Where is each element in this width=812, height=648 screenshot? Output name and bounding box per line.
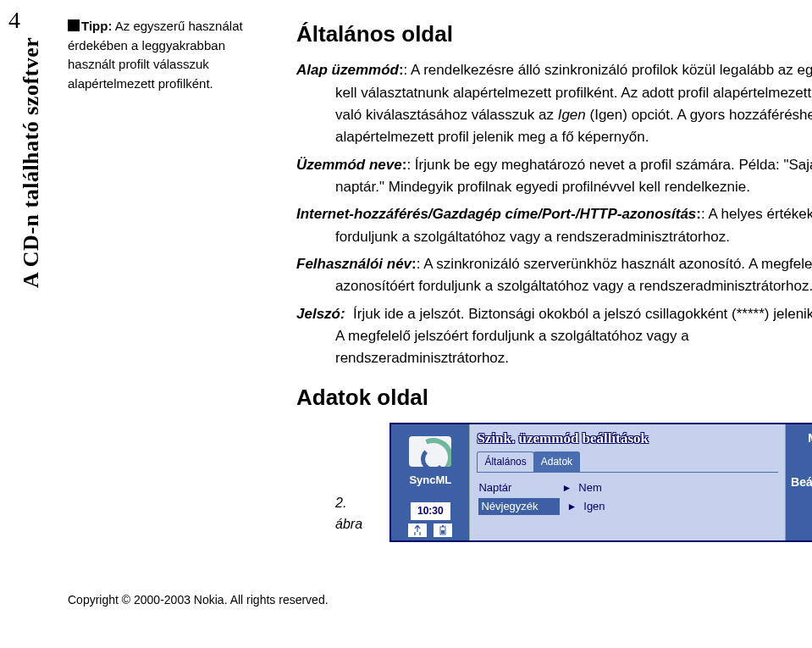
time-indicator: 10:30 [411,502,450,520]
section-heading-adatok: Adatok oldal [296,380,812,414]
page-number: 4 [8,7,20,34]
syncml-icon [409,436,451,467]
figure-caption: 2. ábra [335,493,376,542]
paragraph-alap-uzemmod: Alap üzemmód:: A rendelkezésre álló szin… [296,59,812,148]
softkey-beallitasok[interactable]: Beállítások [791,474,812,492]
signal-icon [408,523,427,537]
paragraph-uzemmod-neve: Üzemmód neve:: Írjunk be egy meghatározó… [296,154,812,199]
term: Alap üzemmód [296,62,399,78]
paragraph-felhasznaloi-nev: Felhasználói név:: A szinkronizáló szerv… [296,253,812,298]
sidebar-title: A CD-n található szoftver [19,37,44,288]
arrow-icon: ► [561,480,572,496]
term: Internet-hozzáférés/Gazdagép címe/Port-/… [296,206,696,222]
phone-content: Szink. üzemmód beállítások Általános Ada… [469,424,786,540]
tip-icon [68,19,80,31]
text: Írjuk ide a jelszót. Biztonsági okokból … [335,306,812,367]
tab-bar: Általános Adatok [477,451,778,473]
term: Üzemmód neve [296,157,402,173]
section-heading-general: Általános oldal [296,17,812,51]
tab-adatok[interactable]: Adatok [533,451,580,472]
phone-softkeys: Módosít Beállítások Bezár [786,424,812,540]
phone-screenshot: SyncML 10:30 Szink. üzemmód beáll [389,423,812,542]
phone-window-title: Szink. üzemmód beállítások [470,424,785,451]
term: Jelszó: [296,306,345,322]
svg-rect-2 [441,530,445,534]
row-label: Naptár [478,479,555,496]
text: : Írjunk be egy meghatározó nevet a prof… [335,157,812,195]
row-value: Nem [578,479,601,496]
svg-rect-1 [442,525,444,527]
tip-label: Tipp: [81,19,112,33]
row-nevjegyzek[interactable]: Névjegyzék ► Igen [478,498,776,515]
paragraph-jelszo: Jelszó: Írjuk ide a jelszót. Biztonsági … [296,303,812,370]
row-label-selected: Névjegyzék [478,498,560,515]
arrow-icon: ► [566,499,577,515]
paragraph-internet: Internet-hozzáférés/Gazdagép címe/Port-/… [296,203,812,248]
option-igen: Igen [558,107,586,123]
softkey-modosit[interactable]: Módosít [808,429,812,448]
phone-sidebar: SyncML 10:30 [391,424,469,540]
battery-icon [434,523,452,537]
figure-wrapper: 2. ábra SyncML 10:30 [335,423,812,542]
term: Felhasználói név [296,256,412,272]
tab-altalanos[interactable]: Általános [477,451,533,472]
syncml-label: SyncML [409,472,451,489]
copyright: Copyright © 2000-2003 Nokia. All rights … [68,593,778,606]
tip-box: Tipp: Az egyszerű használat érdekében a … [68,17,271,93]
row-value: Igen [583,498,605,515]
row-naptar[interactable]: Naptár ► Nem [478,479,776,496]
